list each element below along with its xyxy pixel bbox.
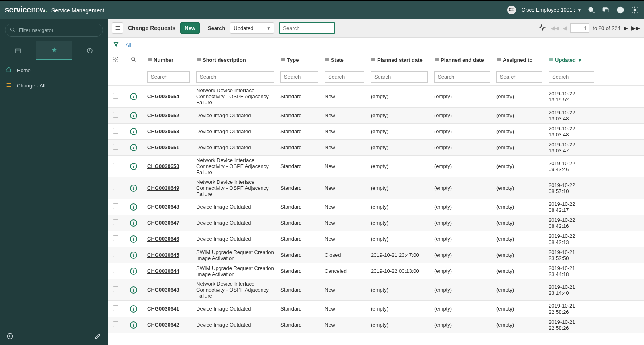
new-button[interactable]: New bbox=[180, 22, 200, 34]
col-header-planned-end[interactable]: Planned end date bbox=[431, 57, 493, 63]
filter-icon[interactable] bbox=[113, 41, 119, 49]
col-header-planned-start[interactable]: Planned start date bbox=[368, 57, 431, 63]
search-input[interactable] bbox=[279, 22, 335, 34]
table-row[interactable]: iCHG0030647Device Image OutdatedStandard… bbox=[108, 215, 644, 231]
personalize-columns-button[interactable] bbox=[108, 56, 123, 64]
info-icon[interactable]: i bbox=[130, 286, 137, 294]
info-icon[interactable]: i bbox=[130, 185, 137, 192]
search-updated-input[interactable] bbox=[549, 71, 594, 83]
row-checkbox[interactable] bbox=[113, 93, 118, 99]
record-link[interactable]: CHG0030649 bbox=[147, 185, 179, 191]
row-checkbox[interactable] bbox=[113, 305, 118, 311]
record-link[interactable]: CHG0030650 bbox=[147, 163, 179, 169]
sidebar-item-home[interactable]: Home bbox=[0, 63, 108, 78]
search-toggle-button[interactable] bbox=[123, 56, 144, 64]
gear-icon[interactable] bbox=[630, 6, 639, 14]
row-checkbox[interactable] bbox=[113, 203, 118, 209]
col-header-state[interactable]: State bbox=[321, 57, 368, 63]
search-assigned-to-input[interactable] bbox=[496, 71, 542, 83]
record-link[interactable]: CHG0030653 bbox=[147, 128, 179, 134]
info-icon[interactable]: i bbox=[130, 268, 137, 275]
record-link[interactable]: CHG0030647 bbox=[147, 220, 179, 226]
table-row[interactable]: iCHG0030651Device Image OutdatedStandard… bbox=[108, 140, 644, 156]
row-checkbox[interactable] bbox=[113, 144, 118, 150]
last-page-button[interactable]: ▶▶ bbox=[631, 25, 640, 31]
table-row[interactable]: iCHG0030648Device Image OutdatedStandard… bbox=[108, 199, 644, 215]
tab-favorites[interactable] bbox=[36, 41, 72, 60]
record-link[interactable]: CHG0030645 bbox=[147, 252, 179, 258]
prev-page-button[interactable]: ◀ bbox=[563, 25, 567, 31]
info-icon[interactable]: i bbox=[130, 305, 137, 313]
col-header-type[interactable]: Type bbox=[277, 57, 321, 63]
record-link[interactable]: CHG0030644 bbox=[147, 268, 179, 274]
table-row[interactable]: iCHG0030646Device Image OutdatedStandard… bbox=[108, 231, 644, 247]
page-input[interactable] bbox=[570, 23, 589, 33]
record-link[interactable]: CHG0030641 bbox=[147, 306, 179, 312]
info-icon[interactable]: i bbox=[130, 252, 137, 259]
search-type-input[interactable] bbox=[280, 71, 318, 83]
edit-icon[interactable] bbox=[94, 333, 102, 341]
table-row[interactable]: iCHG0030649Network Device Interface Conn… bbox=[108, 177, 644, 199]
record-link[interactable]: CHG0030651 bbox=[147, 144, 179, 150]
row-checkbox[interactable] bbox=[113, 321, 118, 327]
info-icon[interactable]: i bbox=[130, 321, 137, 329]
col-header-short-description[interactable]: Short description bbox=[193, 57, 277, 63]
sidebar-item-change-all[interactable]: Change - All bbox=[0, 78, 108, 93]
col-header-assigned-to[interactable]: Assigned to bbox=[493, 57, 545, 63]
table-row[interactable]: iCHG0030645SWIM Upgrade Request Creation… bbox=[108, 247, 644, 263]
info-icon[interactable]: i bbox=[130, 128, 137, 135]
search-short-description-input[interactable] bbox=[196, 71, 274, 83]
info-icon[interactable]: i bbox=[130, 235, 137, 243]
table-row[interactable]: iCHG0030652Device Image OutdatedStandard… bbox=[108, 108, 644, 124]
help-icon[interactable] bbox=[616, 6, 625, 14]
table-row[interactable]: iCHG0030643Network Device Interface Conn… bbox=[108, 279, 644, 301]
next-page-button[interactable]: ▶ bbox=[624, 25, 628, 31]
logo[interactable]: servicenow. bbox=[5, 5, 47, 14]
filter-all-link[interactable]: All bbox=[126, 42, 131, 48]
info-icon[interactable]: i bbox=[130, 93, 137, 100]
col-header-updated[interactable]: Updated▼ bbox=[545, 57, 597, 63]
record-link[interactable]: CHG0030648 bbox=[147, 204, 179, 210]
chat-icon[interactable] bbox=[601, 6, 610, 14]
table-row[interactable]: iCHG0030642Device Image OutdatedStandard… bbox=[108, 317, 644, 333]
first-page-button[interactable]: ◀◀ bbox=[551, 25, 559, 31]
activity-icon[interactable] bbox=[538, 24, 546, 33]
list-menu-button[interactable] bbox=[112, 22, 123, 34]
table-row[interactable]: iCHG0030641Device Image OutdatedStandard… bbox=[108, 301, 644, 317]
table-row[interactable]: iCHG0030653Device Image OutdatedStandard… bbox=[108, 124, 644, 140]
row-checkbox[interactable] bbox=[113, 268, 118, 273]
record-link[interactable]: CHG0030654 bbox=[147, 93, 179, 99]
info-icon[interactable]: i bbox=[130, 203, 137, 211]
col-header-number[interactable]: Number bbox=[144, 57, 193, 63]
table-row[interactable]: iCHG0030650Network Device Interface Conn… bbox=[108, 156, 644, 177]
user-menu[interactable]: Cisco Employee 1001 : ▼ bbox=[522, 7, 581, 13]
info-icon[interactable]: i bbox=[130, 163, 137, 170]
search-number-input[interactable] bbox=[147, 71, 190, 83]
avatar[interactable]: CE bbox=[507, 6, 516, 14]
record-link[interactable]: CHG0030643 bbox=[147, 287, 179, 293]
search-state-input[interactable] bbox=[325, 71, 364, 83]
search-field-select[interactable]: Updated ▼ bbox=[230, 22, 274, 34]
collapse-icon[interactable] bbox=[6, 333, 14, 341]
search-icon[interactable] bbox=[587, 6, 596, 14]
record-link[interactable]: CHG0030646 bbox=[147, 236, 179, 242]
row-checkbox[interactable] bbox=[113, 163, 118, 168]
table-row[interactable]: iCHG0030654Network Device Interface Conn… bbox=[108, 86, 644, 108]
tab-all-applications[interactable] bbox=[0, 41, 36, 60]
info-icon[interactable]: i bbox=[130, 144, 137, 151]
filter-navigator-input[interactable] bbox=[5, 24, 103, 37]
row-checkbox[interactable] bbox=[113, 219, 118, 225]
record-link[interactable]: CHG0030642 bbox=[147, 322, 179, 328]
info-icon[interactable]: i bbox=[130, 219, 137, 227]
row-checkbox[interactable] bbox=[113, 286, 118, 292]
tab-history[interactable] bbox=[72, 41, 108, 60]
search-planned-end-input[interactable] bbox=[434, 71, 490, 83]
search-planned-start-input[interactable] bbox=[371, 71, 428, 83]
table-row[interactable]: iCHG0030644SWIM Upgrade Request Creation… bbox=[108, 263, 644, 279]
info-icon[interactable]: i bbox=[130, 112, 137, 119]
row-checkbox[interactable] bbox=[113, 235, 118, 241]
row-checkbox[interactable] bbox=[113, 185, 118, 190]
row-checkbox[interactable] bbox=[113, 112, 118, 118]
record-link[interactable]: CHG0030652 bbox=[147, 112, 179, 118]
row-checkbox[interactable] bbox=[113, 252, 118, 257]
